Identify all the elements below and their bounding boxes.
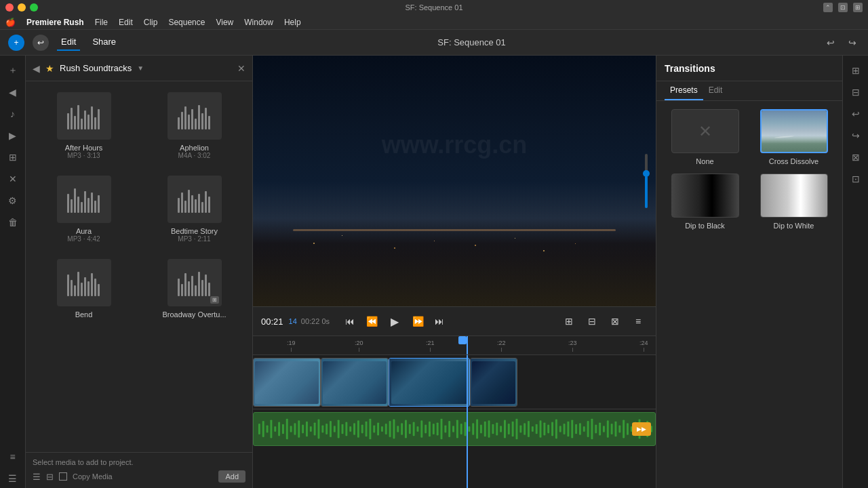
timeline-ruler[interactable]: :19 :20 :21 :22 [253,336,656,355]
ruler-mark-21: :21 [426,340,435,352]
skip-back-btn[interactable]: ⏮ [340,312,359,331]
frame-back-btn[interactable]: ⏪ [362,312,381,331]
media-item-bend[interactable]: Bend [31,253,136,324]
sidebar-icon-list[interactable]: ≡ [3,447,22,466]
titlebar-icon-2[interactable]: ⊡ [838,3,848,12]
transition-item-none[interactable]: ✕ None [665,109,745,165]
panel-copy-checkbox[interactable] [59,472,67,481]
crop-btn[interactable]: ⊞ [559,312,578,331]
right-icon-crop[interactable]: ⊟ [846,83,865,102]
media-item-after-hours[interactable]: After Hours MP3 · 3:13 [31,87,136,165]
right-panel: Transitions Presets Edit ✕ None [656,56,842,488]
svg-rect-3 [270,420,272,438]
panel-add-button[interactable]: Add [218,470,245,483]
volume-handle[interactable] [643,170,650,177]
svg-rect-18 [330,421,332,437]
audio-clip-1[interactable]: ▶▶ [253,412,656,446]
svg-rect-2 [267,425,269,432]
media-thumb-broadway: ⊞ [167,259,222,306]
menu-edit[interactable]: Edit [119,18,133,27]
right-panel-tabs: Presets Edit [656,81,842,101]
toolbar-icon-redo[interactable]: ↪ [845,35,860,50]
panel-filter-icon[interactable]: ⊟ [46,472,54,482]
svg-rect-86 [599,422,601,435]
media-name-bedtime: Bedtime Story [171,227,218,235]
right-icon-close[interactable]: ⊠ [846,148,865,167]
sidebar-icon-menu[interactable]: ☰ [3,469,22,488]
maximize-dot[interactable] [30,3,38,12]
transition-item-cross-dissolve[interactable]: Cross Dissolve [753,109,834,165]
video-watermark: www.rrcg.cn [382,131,528,159]
play-button[interactable]: ▶ [384,310,406,332]
video-clip-2[interactable] [321,358,389,407]
svg-rect-11 [302,425,304,434]
panel-menu-icon[interactable]: ☰ [33,472,41,482]
video-clip-1[interactable] [253,358,321,407]
app-name-menu[interactable]: Premiere Rush [26,18,84,27]
toolbar: + ↩ Edit Share SF: Sequence 01 ↩ ↪ [0,30,868,56]
svg-rect-43 [429,422,431,436]
transition-item-dip-black[interactable]: Dip to Black [665,174,745,230]
close-dot[interactable] [5,3,14,12]
sidebar-icon-close[interactable]: ✕ [3,169,22,188]
menu-help[interactable]: Help [284,18,301,27]
menu-sequence[interactable]: Sequence [168,18,205,27]
svg-rect-6 [282,424,284,434]
panel-close-btn[interactable]: ✕ [237,63,245,74]
media-thumb-after-hours [57,92,111,140]
sidebar-icon-image[interactable]: ⊞ [3,148,22,167]
video-clip-4[interactable] [470,358,517,407]
media-name-broadway: Broadway Overtu... [162,310,226,319]
right-icon-settings[interactable]: ⊡ [846,169,865,188]
menu-view[interactable]: View [216,18,233,27]
right-icon-grid[interactable]: ⊞ [846,61,865,80]
add-button[interactable]: + [8,35,24,51]
sidebar-icon-settings[interactable]: ⚙ [3,191,22,210]
menu-window[interactable]: Window [244,18,273,27]
toolbar-icon-undo[interactable]: ↩ [823,35,838,50]
transition-item-dip-white[interactable]: Dip to White [753,174,834,230]
svg-rect-21 [342,424,344,434]
media-item-aphelion[interactable]: Aphelion M4A · 3:02 [142,87,247,165]
titlebar: SF: Sequence 01 ⌃ ⊡ ⊞ [0,0,868,15]
sidebar-icon-add[interactable]: ＋ [3,61,22,80]
media-item-broadway[interactable]: ⊞ Broadway Overtu... [142,253,247,324]
tab-share[interactable]: Share [88,34,120,51]
sidebar-icon-video[interactable]: ▶ [3,126,22,145]
svg-rect-87 [603,426,605,432]
sidebar-icon-delete[interactable]: 🗑 [3,213,22,232]
right-icon-redo[interactable]: ↪ [846,126,865,145]
more-btn[interactable]: ≡ [629,312,648,331]
panel-actions: ☰ ⊟ Copy Media Add [33,470,245,483]
svg-rect-40 [417,426,419,432]
export-btn[interactable]: ⊟ [583,312,601,331]
svg-rect-73 [547,425,549,434]
undo-button[interactable]: ↩ [33,35,49,51]
menu-file[interactable]: File [95,18,108,27]
svg-rect-63 [508,424,510,434]
fullscreen-btn[interactable]: ⊠ [606,312,625,331]
sidebar-icon-back[interactable]: ◀ [3,83,22,102]
right-icon-undo[interactable]: ↩ [846,104,865,123]
minimize-dot[interactable] [18,3,26,12]
media-item-aura[interactable]: Aura MP3 · 4:42 [31,170,136,248]
audio-badge: ▶▶ [632,422,651,436]
volume-slider[interactable] [645,154,648,208]
skip-forward-btn[interactable]: ⏭ [430,312,449,331]
tab-edit[interactable]: Edit [57,34,80,51]
titlebar-icon-1[interactable]: ⌃ [823,3,833,12]
svg-rect-14 [314,422,316,435]
sidebar-icon-music[interactable]: ♪ [3,104,22,123]
panel-chevron-icon[interactable]: ▼ [137,64,144,72]
tab-presets[interactable]: Presets [665,81,703,100]
svg-rect-23 [349,426,351,432]
menu-clip[interactable]: Clip [144,18,158,27]
video-clip-3[interactable] [389,358,470,407]
media-item-bedtime[interactable]: Bedtime Story MP3 · 2:11 [142,170,247,248]
frame-forward-btn[interactable]: ⏩ [408,312,427,331]
apple-menu[interactable]: 🍎 [5,18,16,27]
panel-back-btn[interactable]: ◀ [33,63,40,74]
titlebar-icon-3[interactable]: ⊞ [853,3,863,12]
tab-edit[interactable]: Edit [703,81,728,100]
titlebar-right: ⌃ ⊡ ⊞ [823,3,863,12]
